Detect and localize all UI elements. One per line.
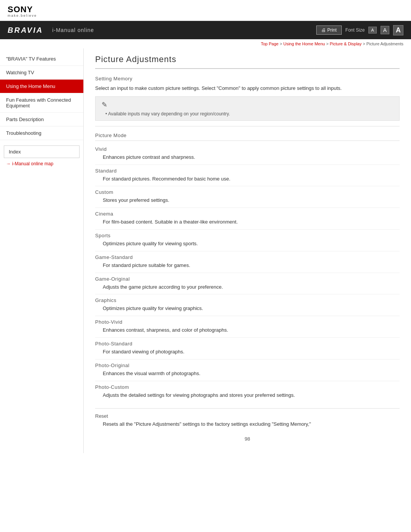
mode-photo-vivid: Photo-Vivid Enhances contrast, sharpness… xyxy=(95,316,400,338)
sony-logo: SONY xyxy=(8,5,403,14)
mode-vivid-desc: Enhances picture contrast and sharpness. xyxy=(95,153,400,161)
mode-vivid-title: Vivid xyxy=(95,146,400,152)
sidebar-item-parts-description[interactable]: Parts Description xyxy=(0,113,83,126)
top-bar: BRAVIA i-Manual online 🖨 Print Font Size… xyxy=(0,21,411,39)
mode-photo-vivid-title: Photo-Vivid xyxy=(95,319,400,325)
breadcrumb-sep3: > xyxy=(363,42,366,46)
note-bullet: • Available inputs may vary depending on… xyxy=(102,111,393,117)
sidebar-item-index[interactable]: Index xyxy=(4,145,80,158)
printer-icon: 🖨 xyxy=(321,27,326,33)
reset-desc: Resets all the "Picture Adjustments" set… xyxy=(95,420,400,428)
mode-vivid: Vivid Enhances picture contrast and shar… xyxy=(95,143,400,165)
mode-photo-original-title: Photo-Original xyxy=(95,363,400,368)
print-label: Print xyxy=(327,27,337,33)
setting-memory-desc: Select an input to make custom picture s… xyxy=(95,85,400,93)
mode-photo-original-desc: Enhances the visual warmth of photograph… xyxy=(95,370,400,378)
font-size-large-button[interactable]: A xyxy=(393,25,403,35)
mode-cinema-desc: For film-based content. Suitable in a th… xyxy=(95,218,400,226)
setting-memory-title: Setting Memory xyxy=(95,76,400,81)
sidebar-item-fun-features[interactable]: Fun Features with Connected Equipment xyxy=(0,93,83,113)
mode-photo-original: Photo-Original Enhances the visual warmt… xyxy=(95,359,400,381)
bravia-logo: BRAVIA xyxy=(8,26,43,35)
header: SONY make.believe xyxy=(0,0,411,21)
modes-container: Vivid Enhances picture contrast and shar… xyxy=(95,143,400,403)
font-size-small-button[interactable]: A xyxy=(368,27,376,34)
mode-photo-vivid-desc: Enhances contrast, sharpness, and color … xyxy=(95,326,400,334)
font-size-label: Font Size xyxy=(346,27,365,33)
mode-graphics-title: Graphics xyxy=(95,297,400,303)
mode-photo-standard-title: Photo-Standard xyxy=(95,341,400,347)
picture-mode-header: Picture Mode xyxy=(95,133,400,141)
mode-sports-title: Sports xyxy=(95,233,400,238)
mode-custom: Custom Stores your preferred settings. xyxy=(95,186,400,208)
sidebar-map-link[interactable]: → i-Manual online map xyxy=(0,158,83,169)
mode-standard: Standard For standard pictures. Recommen… xyxy=(95,165,400,187)
sidebar: "BRAVIA" TV Features Watching TV Using t… xyxy=(0,48,84,453)
sidebar-item-troubleshooting[interactable]: Troubleshooting xyxy=(0,126,83,140)
note-box: ✎ • Available inputs may vary depending … xyxy=(95,96,400,121)
mode-game-standard-desc: For standard picture suitable for games. xyxy=(95,262,400,270)
reset-section: Reset Resets all the "Picture Adjustment… xyxy=(95,408,400,428)
mode-standard-title: Standard xyxy=(95,168,400,174)
mode-game-standard: Game-Standard For standard picture suita… xyxy=(95,251,400,273)
page-number: 98 xyxy=(95,436,400,442)
reset-title: Reset xyxy=(95,413,400,419)
mode-photo-custom: Photo-Custom Adjusts the detailed settin… xyxy=(95,381,400,403)
mode-game-original-title: Game-Original xyxy=(95,276,400,282)
print-button[interactable]: 🖨 Print xyxy=(316,26,342,35)
mode-game-original: Game-Original Adjusts the game picture a… xyxy=(95,273,400,295)
mode-photo-standard: Photo-Standard For standard viewing of p… xyxy=(95,338,400,359)
divider-after-note xyxy=(95,126,400,126)
map-link-label: i-Manual online map xyxy=(12,161,53,166)
sidebar-item-bravia-features[interactable]: "BRAVIA" TV Features xyxy=(0,52,83,66)
mode-cinema-title: Cinema xyxy=(95,211,400,217)
breadcrumb-current: Picture Adjustments xyxy=(366,42,403,46)
breadcrumb-picture-display[interactable]: Picture & Display xyxy=(330,42,362,46)
mode-sports: Sports Optimizes picture quality for vie… xyxy=(95,230,400,251)
mode-photo-custom-title: Photo-Custom xyxy=(95,384,400,390)
breadcrumb-top-page[interactable]: Top Page xyxy=(261,42,278,46)
mode-standard-desc: For standard pictures. Recommended for b… xyxy=(95,175,400,183)
page-title: Picture Adjustments xyxy=(95,54,400,69)
mode-graphics-desc: Optimizes picture quality for viewing gr… xyxy=(95,305,400,313)
sidebar-item-watching-tv[interactable]: Watching TV xyxy=(0,66,83,80)
sidebar-item-home-menu[interactable]: Using the Home Menu xyxy=(0,80,83,93)
imanual-text: i-Manual online xyxy=(52,27,94,33)
sony-tagline: make.believe xyxy=(8,14,403,18)
breadcrumb-home-menu[interactable]: Using the Home Menu xyxy=(283,42,325,46)
main-layout: "BRAVIA" TV Features Watching TV Using t… xyxy=(0,48,411,453)
font-size-medium-button[interactable]: A xyxy=(381,26,389,34)
mode-game-standard-title: Game-Standard xyxy=(95,254,400,260)
mode-photo-custom-desc: Adjusts the detailed settings for viewin… xyxy=(95,391,400,399)
arrow-right-icon: → xyxy=(6,161,11,166)
mode-custom-desc: Stores your preferred settings. xyxy=(95,197,400,204)
breadcrumb: Top Page > Using the Home Menu > Picture… xyxy=(0,39,411,48)
mode-custom-title: Custom xyxy=(95,189,400,195)
mode-game-original-desc: Adjusts the game picture according to yo… xyxy=(95,283,400,291)
mode-cinema: Cinema For film-based content. Suitable … xyxy=(95,208,400,230)
note-icon: ✎ xyxy=(102,101,393,109)
mode-graphics: Graphics Optimizes picture quality for v… xyxy=(95,294,400,316)
setting-memory-section: Setting Memory Select an input to make c… xyxy=(95,76,400,93)
mode-photo-standard-desc: For standard viewing of photographs. xyxy=(95,348,400,356)
content-area: Picture Adjustments Setting Memory Selec… xyxy=(84,48,411,453)
mode-sports-desc: Optimizes picture quality for viewing sp… xyxy=(95,240,400,248)
